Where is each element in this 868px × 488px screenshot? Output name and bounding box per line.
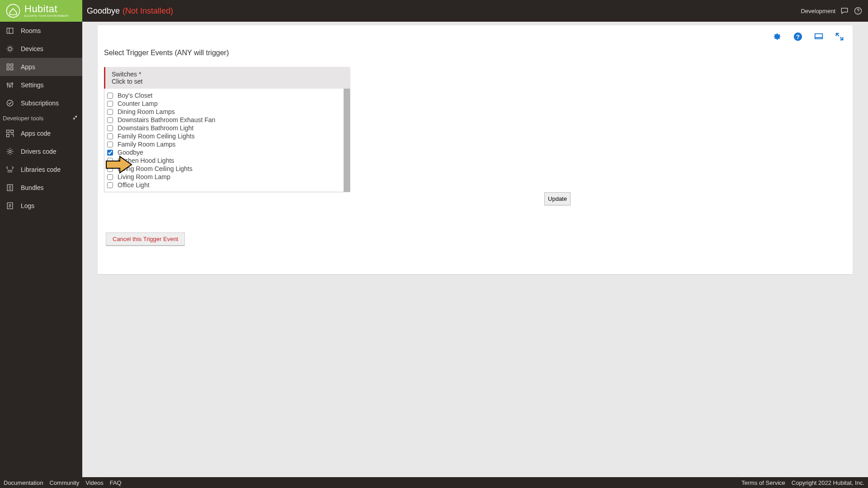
switch-item[interactable]: Goodbye xyxy=(107,148,341,156)
update-button[interactable]: Update xyxy=(544,192,571,205)
gear-icon[interactable] xyxy=(772,32,782,42)
switch-label: Boy's Closet xyxy=(118,92,152,99)
sidebar-item-subscriptions[interactable]: Subscriptions xyxy=(0,94,82,112)
switch-item[interactable]: Downstairs Bathroom Exhaust Fan xyxy=(107,116,341,124)
footer-link-terms[interactable]: Terms of Service xyxy=(741,479,785,486)
switch-item[interactable]: Dining Room Lamps xyxy=(107,108,341,116)
sidebar: Rooms Devices Apps Settings Subscription… xyxy=(0,22,82,488)
footer: Documentation Community Videos FAQ Terms… xyxy=(0,477,868,488)
switches-list: Boy's ClosetCounter LampDining Room Lamp… xyxy=(104,89,344,192)
svg-rect-6 xyxy=(11,64,13,66)
svg-point-0 xyxy=(7,5,20,18)
help-icon[interactable]: ? xyxy=(793,32,803,42)
switch-item[interactable]: Family Room Lamps xyxy=(107,140,341,148)
switches-selector: Switches * Click to set Boy's ClosetCoun… xyxy=(104,67,350,205)
bundles-icon xyxy=(5,183,14,192)
svg-point-16 xyxy=(9,151,11,153)
switch-checkbox[interactable] xyxy=(107,142,113,147)
content: ? Select Trigger Events (ANY will trigge… xyxy=(82,22,868,477)
switch-label: Kitchen Hood Lights xyxy=(118,157,174,164)
sidebar-item-apps-code[interactable]: Apps code xyxy=(0,124,82,142)
sidebar-item-apps[interactable]: Apps xyxy=(0,58,82,76)
sidebar-item-label: Apps code xyxy=(21,130,51,137)
svg-rect-15 xyxy=(7,134,9,137)
switch-label: Living Room Lamp xyxy=(118,173,170,180)
switch-item[interactable]: Office Light xyxy=(107,181,341,189)
footer-left: Documentation Community Videos FAQ xyxy=(4,479,122,486)
sidebar-item-settings[interactable]: Settings xyxy=(0,76,82,94)
switch-label: Family Room Lamps xyxy=(118,141,175,148)
sidebar-item-libraries-code[interactable]: Libraries code xyxy=(0,161,82,179)
subscriptions-icon xyxy=(5,99,14,108)
developer-tools-header[interactable]: Developer tools xyxy=(0,112,82,124)
logs-icon xyxy=(5,201,14,210)
cancel-trigger-button[interactable]: Cancel this Trigger Event xyxy=(106,232,185,246)
switch-checkbox[interactable] xyxy=(107,109,113,115)
svg-point-10 xyxy=(9,85,10,87)
sidebar-item-devices[interactable]: Devices xyxy=(0,40,82,58)
footer-link-faq[interactable]: FAQ xyxy=(110,479,122,486)
switch-checkbox[interactable] xyxy=(107,133,113,139)
switch-label: Dining Room Lamps xyxy=(118,108,175,115)
expand-icon[interactable] xyxy=(835,32,844,42)
brand-name: Hubitat xyxy=(24,4,69,14)
switch-checkbox[interactable] xyxy=(107,101,113,107)
logo-text: Hubitat ELEVATE YOUR ENVIRONMENT xyxy=(24,4,69,18)
switch-checkbox[interactable] xyxy=(107,93,113,99)
settings-icon xyxy=(5,81,14,90)
topbar-right: Development xyxy=(801,6,868,15)
collapse-icon[interactable] xyxy=(72,115,78,122)
switch-checkbox[interactable] xyxy=(107,166,113,172)
sidebar-item-label: Libraries code xyxy=(21,166,61,173)
developer-tools-label: Developer tools xyxy=(3,115,43,122)
switch-label: Downstairs Bathroom Light xyxy=(118,124,193,132)
footer-link-videos[interactable]: Videos xyxy=(85,479,104,486)
switch-item[interactable]: Boy's Closet xyxy=(107,91,341,99)
hubitat-logo-icon xyxy=(5,3,21,19)
sidebar-item-label: Devices xyxy=(21,45,43,52)
sidebar-item-drivers-code[interactable]: Drivers code xyxy=(0,142,82,161)
switch-checkbox[interactable] xyxy=(107,182,113,188)
footer-link-documentation[interactable]: Documentation xyxy=(4,479,43,486)
sidebar-item-logs[interactable]: Logs xyxy=(0,197,82,215)
switch-checkbox[interactable] xyxy=(107,158,113,164)
footer-link-community[interactable]: Community xyxy=(49,479,79,486)
logo[interactable]: Hubitat ELEVATE YOUR ENVIRONMENT xyxy=(0,0,82,22)
apps-icon xyxy=(5,62,14,71)
svg-rect-13 xyxy=(7,130,9,133)
switch-checkbox[interactable] xyxy=(107,174,113,180)
switch-label: Office Light xyxy=(118,181,150,189)
switch-checkbox[interactable] xyxy=(107,117,113,123)
sidebar-item-label: Settings xyxy=(21,81,44,89)
sidebar-item-bundles[interactable]: Bundles xyxy=(0,179,82,197)
topbar: Hubitat ELEVATE YOUR ENVIRONMENT Goodbye… xyxy=(0,0,868,22)
svg-rect-8 xyxy=(11,68,13,70)
switch-label: Counter Lamp xyxy=(118,100,158,107)
libraries-code-icon xyxy=(5,165,14,174)
switch-item[interactable]: Living Room Ceiling Lights xyxy=(107,165,341,173)
chat-icon[interactable] xyxy=(840,6,849,15)
switch-item[interactable]: Living Room Lamp xyxy=(107,173,341,181)
rooms-icon xyxy=(5,26,14,35)
switch-checkbox[interactable] xyxy=(107,150,113,156)
switch-item[interactable]: Family Room Ceiling Lights xyxy=(107,132,341,140)
help-circle-icon[interactable] xyxy=(854,6,863,15)
card: ? Select Trigger Events (ANY will trigge… xyxy=(98,25,853,274)
switch-label: Downstairs Bathroom Exhaust Fan xyxy=(118,116,215,123)
switch-item[interactable]: Kitchen Hood Lights xyxy=(107,156,341,165)
switch-label: Family Room Ceiling Lights xyxy=(118,133,194,140)
drivers-code-icon xyxy=(5,147,14,156)
sidebar-item-label: Rooms xyxy=(21,27,41,34)
switches-header[interactable]: Switches * Click to set xyxy=(104,67,350,89)
switch-item[interactable]: Counter Lamp xyxy=(107,99,341,108)
sidebar-item-label: Apps xyxy=(21,63,35,71)
card-actions: ? xyxy=(98,25,853,42)
scrollbar[interactable] xyxy=(344,89,350,192)
svg-point-11 xyxy=(11,83,13,84)
monitor-icon[interactable] xyxy=(814,32,824,42)
switch-checkbox[interactable] xyxy=(107,125,113,131)
switch-item[interactable]: Downstairs Bathroom Light xyxy=(107,124,341,132)
svg-text:?: ? xyxy=(796,33,800,40)
page-title: Goodbye xyxy=(87,6,120,16)
sidebar-item-rooms[interactable]: Rooms xyxy=(0,22,82,40)
